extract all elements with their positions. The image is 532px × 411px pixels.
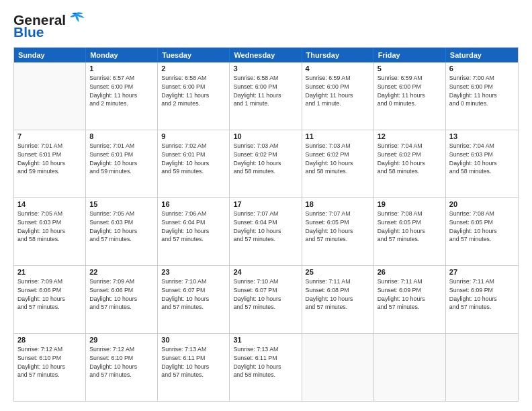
day-number: 28 [17,336,82,344]
logo-blue: Blue [13,24,44,40]
calendar-row: 7Sunrise: 7:01 AM Sunset: 6:01 PM Daylig… [14,130,518,197]
logo: General Blue [13,12,86,40]
day-number: 21 [17,268,82,276]
calendar-cell: 4Sunrise: 6:59 AM Sunset: 6:00 PM Daylig… [302,62,374,130]
day-info: Sunrise: 7:02 AM Sunset: 6:01 PM Dayligh… [161,142,226,176]
calendar-cell: 12Sunrise: 7:04 AM Sunset: 6:02 PM Dayli… [374,130,446,197]
day-number: 14 [17,200,82,208]
day-info: Sunrise: 7:04 AM Sunset: 6:03 PM Dayligh… [449,142,515,176]
calendar-cell: 31Sunrise: 7:13 AM Sunset: 6:11 PM Dayli… [230,334,302,401]
day-info: Sunrise: 6:58 AM Sunset: 6:00 PM Dayligh… [233,74,298,108]
day-number: 17 [233,200,298,208]
calendar-cell: 3Sunrise: 6:58 AM Sunset: 6:00 PM Daylig… [230,62,302,130]
calendar-cell: 30Sunrise: 7:13 AM Sunset: 6:11 PM Dayli… [158,334,230,401]
day-info: Sunrise: 7:07 AM Sunset: 6:05 PM Dayligh… [306,210,370,244]
day-number: 24 [233,268,298,276]
day-info: Sunrise: 7:13 AM Sunset: 6:11 PM Dayligh… [233,345,298,379]
calendar-header-cell: Wednesday [230,48,302,62]
header: General Blue [13,12,519,40]
calendar-cell: 9Sunrise: 7:02 AM Sunset: 6:01 PM Daylig… [158,130,230,197]
calendar-cell [302,334,374,401]
day-number: 30 [161,336,226,344]
calendar-cell: 15Sunrise: 7:05 AM Sunset: 6:03 PM Dayli… [86,198,158,265]
calendar-cell: 2Sunrise: 6:58 AM Sunset: 6:00 PM Daylig… [158,62,230,130]
day-info: Sunrise: 7:01 AM Sunset: 6:01 PM Dayligh… [89,142,154,176]
calendar-body: 1Sunrise: 6:57 AM Sunset: 6:00 PM Daylig… [14,62,518,401]
day-number: 5 [378,64,442,73]
day-info: Sunrise: 7:03 AM Sunset: 6:02 PM Dayligh… [233,142,298,176]
day-number: 19 [378,200,442,208]
day-number: 2 [161,64,226,73]
day-info: Sunrise: 7:06 AM Sunset: 6:04 PM Dayligh… [161,210,226,244]
calendar-cell: 24Sunrise: 7:10 AM Sunset: 6:07 PM Dayli… [230,266,302,333]
calendar-header-cell: Tuesday [158,48,230,62]
calendar-header-cell: Sunday [14,48,86,62]
calendar-cell: 5Sunrise: 6:59 AM Sunset: 6:00 PM Daylig… [374,62,446,130]
day-info: Sunrise: 7:05 AM Sunset: 6:03 PM Dayligh… [89,210,154,244]
day-number: 31 [233,336,298,344]
day-number: 3 [233,64,298,73]
calendar-cell: 8Sunrise: 7:01 AM Sunset: 6:01 PM Daylig… [86,130,158,197]
calendar-cell: 11Sunrise: 7:03 AM Sunset: 6:02 PM Dayli… [302,130,374,197]
day-info: Sunrise: 7:01 AM Sunset: 6:01 PM Dayligh… [17,142,82,176]
calendar-cell: 10Sunrise: 7:03 AM Sunset: 6:02 PM Dayli… [230,130,302,197]
page: General Blue SundayMondayTuesdayWednesda… [0,0,532,411]
calendar-header-cell: Thursday [302,48,374,62]
day-number: 18 [306,200,370,208]
calendar-cell: 14Sunrise: 7:05 AM Sunset: 6:03 PM Dayli… [14,198,86,265]
day-info: Sunrise: 6:59 AM Sunset: 6:00 PM Dayligh… [306,74,370,108]
calendar-cell: 6Sunrise: 7:00 AM Sunset: 6:00 PM Daylig… [446,62,518,130]
day-info: Sunrise: 7:03 AM Sunset: 6:02 PM Dayligh… [306,142,370,176]
logo-bird-icon [67,11,86,26]
day-number: 26 [378,268,442,276]
day-number: 10 [233,132,298,140]
day-info: Sunrise: 6:59 AM Sunset: 6:00 PM Dayligh… [378,74,442,108]
day-info: Sunrise: 7:10 AM Sunset: 6:07 PM Dayligh… [161,277,226,312]
day-info: Sunrise: 7:13 AM Sunset: 6:11 PM Dayligh… [161,345,226,379]
calendar-cell: 20Sunrise: 7:08 AM Sunset: 6:05 PM Dayli… [446,198,518,265]
calendar-cell: 27Sunrise: 7:11 AM Sunset: 6:09 PM Dayli… [446,266,518,333]
calendar-cell: 28Sunrise: 7:12 AM Sunset: 6:10 PM Dayli… [14,334,86,401]
calendar-cell: 13Sunrise: 7:04 AM Sunset: 6:03 PM Dayli… [446,130,518,197]
calendar-cell: 25Sunrise: 7:11 AM Sunset: 6:08 PM Dayli… [302,266,374,333]
day-number: 15 [89,200,154,208]
calendar-cell: 26Sunrise: 7:11 AM Sunset: 6:09 PM Dayli… [374,266,446,333]
calendar-cell: 17Sunrise: 7:07 AM Sunset: 6:04 PM Dayli… [230,198,302,265]
day-info: Sunrise: 7:11 AM Sunset: 6:09 PM Dayligh… [449,277,515,312]
day-number: 12 [378,132,442,140]
day-number: 1 [89,64,154,73]
day-info: Sunrise: 7:12 AM Sunset: 6:10 PM Dayligh… [17,345,82,379]
day-info: Sunrise: 6:57 AM Sunset: 6:00 PM Dayligh… [89,74,154,108]
calendar-row: 1Sunrise: 6:57 AM Sunset: 6:00 PM Daylig… [14,62,518,130]
day-info: Sunrise: 7:07 AM Sunset: 6:04 PM Dayligh… [233,210,298,244]
calendar-cell: 19Sunrise: 7:08 AM Sunset: 6:05 PM Dayli… [374,198,446,265]
calendar-cell: 23Sunrise: 7:10 AM Sunset: 6:07 PM Dayli… [158,266,230,333]
calendar-header-cell: Saturday [446,48,518,62]
calendar-header-cell: Monday [86,48,158,62]
calendar-row: 14Sunrise: 7:05 AM Sunset: 6:03 PM Dayli… [14,197,518,265]
calendar-cell: 29Sunrise: 7:12 AM Sunset: 6:10 PM Dayli… [86,334,158,401]
day-info: Sunrise: 7:09 AM Sunset: 6:06 PM Dayligh… [17,277,82,312]
calendar-row: 21Sunrise: 7:09 AM Sunset: 6:06 PM Dayli… [14,265,518,333]
calendar-header: SundayMondayTuesdayWednesdayThursdayFrid… [14,48,518,62]
day-number: 11 [306,132,370,140]
calendar: SundayMondayTuesdayWednesdayThursdayFrid… [13,47,519,402]
day-number: 16 [161,200,226,208]
day-info: Sunrise: 7:10 AM Sunset: 6:07 PM Dayligh… [233,277,298,312]
day-info: Sunrise: 6:58 AM Sunset: 6:00 PM Dayligh… [161,74,226,108]
day-number: 7 [17,132,82,140]
day-number: 13 [449,132,515,140]
day-info: Sunrise: 7:00 AM Sunset: 6:00 PM Dayligh… [449,74,515,108]
calendar-cell [374,334,446,401]
day-number: 4 [306,64,370,73]
day-number: 25 [306,268,370,276]
calendar-cell: 22Sunrise: 7:09 AM Sunset: 6:06 PM Dayli… [86,266,158,333]
calendar-header-cell: Friday [374,48,446,62]
day-info: Sunrise: 7:05 AM Sunset: 6:03 PM Dayligh… [17,210,82,244]
day-info: Sunrise: 7:09 AM Sunset: 6:06 PM Dayligh… [89,277,154,312]
calendar-cell: 16Sunrise: 7:06 AM Sunset: 6:04 PM Dayli… [158,198,230,265]
day-info: Sunrise: 7:08 AM Sunset: 6:05 PM Dayligh… [378,210,442,244]
calendar-cell: 21Sunrise: 7:09 AM Sunset: 6:06 PM Dayli… [14,266,86,333]
calendar-cell [446,334,518,401]
calendar-cell: 18Sunrise: 7:07 AM Sunset: 6:05 PM Dayli… [302,198,374,265]
